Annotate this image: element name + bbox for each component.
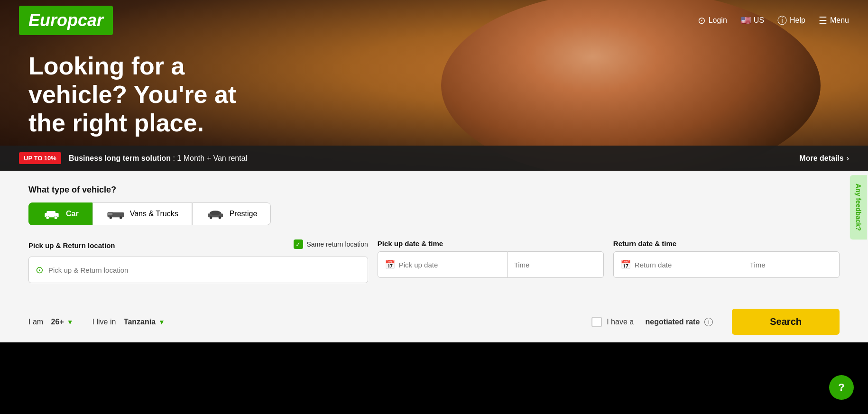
- hero-headline: Looking for a vehicle? You're at the rig…: [28, 52, 275, 137]
- country-value: Tanzania: [124, 318, 156, 326]
- promo-left: UP TO 10% Business long term solution : …: [19, 152, 247, 164]
- location-pin-icon: ⊙: [36, 264, 44, 276]
- svg-point-7: [109, 216, 111, 219]
- promo-more-button[interactable]: More details ›: [799, 154, 849, 163]
- navbar: Europcar ⊙ Login 🇺🇸 US ⓘ Help ☰ Menu: [0, 0, 868, 41]
- svg-rect-6: [108, 213, 112, 215]
- tab-vans[interactable]: Vans & Trucks: [92, 202, 192, 225]
- promo-text-bold: Business long term solution: [69, 154, 171, 162]
- help-button[interactable]: ⓘ Help: [777, 14, 805, 27]
- negotiated-bold: negotiated rate: [646, 318, 700, 326]
- calendar-return-icon: 📅: [620, 259, 631, 270]
- return-date-inputs: 📅: [613, 251, 840, 278]
- same-return-checkbox[interactable]: ✓: [294, 239, 303, 249]
- tab-car-label: Car: [66, 210, 79, 218]
- age-value: 26+: [51, 318, 64, 326]
- country-chevron-icon: ▼: [158, 318, 165, 326]
- help-bubble[interactable]: ?: [829, 375, 854, 400]
- promo-text: Business long term solution : 1 Month + …: [69, 154, 247, 163]
- pickup-date-group: Pick up date & time 📅: [378, 239, 604, 278]
- return-time-input[interactable]: [750, 261, 832, 269]
- age-prefix: I am: [28, 318, 43, 326]
- tab-car[interactable]: Car: [28, 202, 92, 225]
- promo-more-label: More details: [799, 154, 843, 163]
- hamburger-icon: ☰: [819, 15, 827, 26]
- return-date-group: Return date & time 📅: [613, 239, 840, 278]
- promo-badge: UP TO 10%: [19, 152, 61, 164]
- pickup-time-input[interactable]: [514, 261, 597, 269]
- negotiated-checkbox[interactable]: [591, 317, 602, 327]
- age-selector[interactable]: I am 26+ ▼: [28, 318, 74, 326]
- country-selector-bottom[interactable]: I live in Tanzania ▼: [92, 318, 165, 326]
- prestige-car-icon: [206, 209, 225, 219]
- svg-rect-1: [46, 211, 55, 214]
- tab-prestige-label: Prestige: [230, 210, 258, 218]
- hero-section: Europcar ⊙ Login 🇺🇸 US ⓘ Help ☰ Menu Loo…: [0, 0, 868, 171]
- brand-name: Europcar: [28, 10, 103, 30]
- vehicle-tabs: Car Vans & Trucks Prestige: [28, 202, 840, 225]
- location-label-row: Pick up & Return location ✓ Same return …: [28, 239, 368, 251]
- user-icon: ⊙: [698, 15, 706, 26]
- chevron-right-icon: ›: [847, 154, 849, 163]
- booking-form-row: Pick up & Return location ✓ Same return …: [28, 239, 840, 283]
- same-return-row: ✓ Same return location: [294, 239, 368, 249]
- return-time-wrapper[interactable]: [743, 251, 840, 278]
- login-button[interactable]: ⊙ Login: [698, 15, 727, 26]
- help-bubble-symbol: ?: [838, 381, 844, 394]
- pickup-date-wrapper[interactable]: 📅: [378, 251, 508, 278]
- menu-label: Menu: [830, 16, 849, 25]
- pickup-location-input-wrapper[interactable]: ⊙: [28, 257, 368, 283]
- location-group: Pick up & Return location ✓ Same return …: [28, 239, 368, 283]
- svg-point-11: [210, 216, 212, 219]
- pickup-location-label: Pick up & Return location: [28, 241, 115, 249]
- menu-button[interactable]: ☰ Menu: [819, 15, 849, 26]
- pickup-time-wrapper[interactable]: [508, 251, 604, 278]
- country-selector[interactable]: 🇺🇸 US: [740, 15, 764, 26]
- negotiated-label: I have a: [607, 318, 634, 326]
- help-label: Help: [790, 16, 805, 25]
- info-icon: ⓘ: [777, 14, 787, 27]
- svg-point-3: [54, 216, 57, 219]
- return-date-label: Return date & time: [613, 239, 840, 248]
- svg-point-10: [210, 211, 221, 215]
- calendar-icon: 📅: [385, 259, 395, 270]
- feedback-tab[interactable]: Any feedback?: [850, 175, 867, 239]
- search-button[interactable]: Search: [732, 309, 840, 335]
- svg-point-2: [46, 216, 49, 219]
- age-chevron-icon: ▼: [67, 318, 74, 326]
- return-date-input[interactable]: [635, 261, 736, 269]
- country-code: US: [754, 16, 764, 25]
- negotiated-info-icon[interactable]: i: [704, 318, 713, 326]
- negotiated-row: I have a negotiated rate i: [591, 317, 713, 327]
- vehicle-question: What type of vehicle?: [28, 185, 840, 195]
- promo-text-detail: : 1 Month + Van rental: [171, 154, 247, 162]
- flag-icon: 🇺🇸: [740, 15, 751, 26]
- pickup-date-inputs: 📅: [378, 251, 604, 278]
- tab-vans-label: Vans & Trucks: [130, 210, 178, 218]
- return-date-wrapper[interactable]: 📅: [613, 251, 743, 278]
- pickup-location-input[interactable]: [48, 266, 361, 274]
- tab-prestige[interactable]: Prestige: [192, 202, 271, 225]
- same-return-label: Same return location: [307, 240, 368, 248]
- svg-point-12: [218, 216, 221, 219]
- logo[interactable]: Europcar: [19, 6, 113, 35]
- svg-point-8: [120, 216, 122, 219]
- van-icon: [106, 209, 125, 219]
- pickup-date-input[interactable]: [399, 261, 500, 269]
- feedback-label: Any feedback?: [855, 184, 862, 231]
- country-prefix: I live in: [92, 318, 116, 326]
- car-icon: [42, 209, 61, 219]
- nav-right: ⊙ Login 🇺🇸 US ⓘ Help ☰ Menu: [698, 14, 849, 27]
- hero-text: Looking for a vehicle? You're at the rig…: [28, 52, 275, 137]
- promo-banner: UP TO 10% Business long term solution : …: [0, 146, 868, 171]
- bottom-row: I am 26+ ▼ I live in Tanzania ▼ I have a…: [0, 297, 868, 342]
- login-label: Login: [709, 16, 727, 25]
- pickup-date-label: Pick up date & time: [378, 239, 604, 248]
- booking-section: What type of vehicle? Car Vans & Trucks: [0, 171, 868, 297]
